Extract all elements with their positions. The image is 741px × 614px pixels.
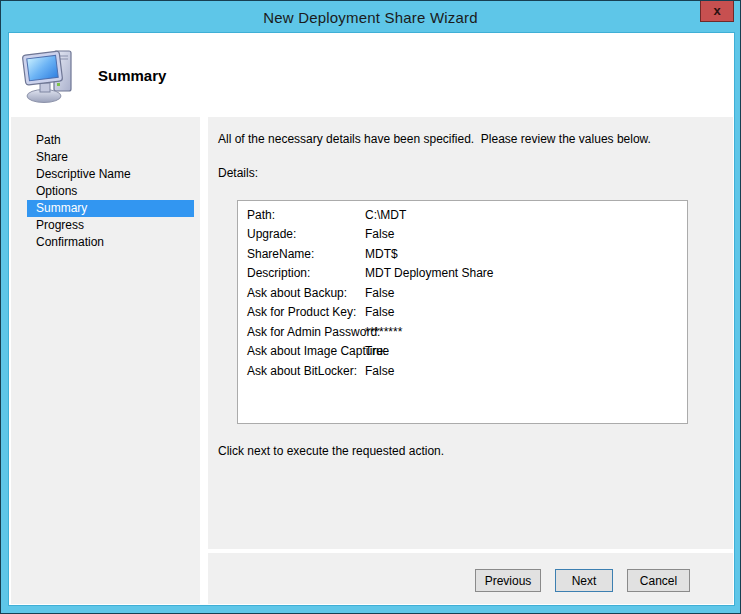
previous-button[interactable]: Previous (475, 569, 541, 592)
detail-row-description: Description: MDT Deployment Share (238, 264, 687, 284)
details-label: Details: (218, 166, 258, 180)
computer-icon (19, 45, 79, 105)
cancel-button[interactable]: Cancel (627, 569, 690, 592)
titlebar: New Deployment Share Wizard (1, 1, 740, 33)
sidebar-item-share[interactable]: Share (27, 149, 194, 166)
detail-value: False (365, 227, 394, 241)
detail-value: False (365, 305, 394, 319)
wizard-header: Summary (9, 33, 734, 117)
detail-label: Ask about BitLocker: (238, 364, 365, 378)
sidebar: Path Share Descriptive Name Options Summ… (11, 117, 200, 604)
detail-label: Upgrade: (238, 227, 365, 241)
close-button[interactable]: x (700, 1, 734, 22)
sidebar-item-progress[interactable]: Progress (27, 217, 194, 234)
detail-label: Ask for Product Key: (238, 305, 365, 319)
detail-row-upgrade: Upgrade: False (238, 225, 687, 245)
detail-label: Path: (238, 208, 365, 222)
detail-value: MDT$ (365, 247, 398, 261)
instruction-text: All of the necessary details have been s… (218, 132, 651, 146)
sidebar-item-descriptive-name[interactable]: Descriptive Name (27, 166, 194, 183)
detail-row-bitlocker: Ask about BitLocker: False (238, 361, 687, 381)
client-area: Summary Path Share Descriptive Name Opti… (9, 33, 734, 605)
detail-value: MDT Deployment Share (365, 266, 494, 280)
detail-row-image-capture: Ask about Image Capture: True (238, 342, 687, 362)
window-title: New Deployment Share Wizard (263, 9, 478, 26)
button-bar: Previous Next Cancel (208, 553, 733, 604)
detail-row-path: Path: C:\MDT (238, 205, 687, 225)
detail-label: Ask about Image Capture: (238, 344, 365, 358)
close-icon: x (713, 4, 720, 17)
detail-label: Ask for Admin Password: (238, 325, 365, 339)
main-panel: All of the necessary details have been s… (208, 117, 733, 549)
detail-label: Description: (238, 266, 365, 280)
detail-value: False (365, 286, 394, 300)
page-title: Summary (98, 67, 166, 84)
footer-note: Click next to execute the requested acti… (218, 444, 444, 458)
details-panel: Path: C:\MDT Upgrade: False ShareName: M… (237, 200, 688, 424)
detail-row-ask-backup: Ask about Backup: False (238, 283, 687, 303)
detail-value: False (365, 364, 394, 378)
detail-value: C:\MDT (365, 208, 406, 222)
detail-row-admin-password: Ask for Admin Password: ******** (238, 322, 687, 342)
next-button[interactable]: Next (555, 569, 613, 592)
detail-value: True (365, 344, 389, 358)
sidebar-item-summary[interactable]: Summary (27, 200, 194, 217)
sidebar-item-path[interactable]: Path (27, 132, 194, 149)
detail-row-product-key: Ask for Product Key: False (238, 303, 687, 323)
detail-row-sharename: ShareName: MDT$ (238, 244, 687, 264)
wizard-window: New Deployment Share Wizard x (0, 0, 741, 614)
sidebar-item-options[interactable]: Options (27, 183, 194, 200)
detail-value: ******** (365, 325, 402, 339)
detail-label: Ask about Backup: (238, 286, 365, 300)
sidebar-item-confirmation[interactable]: Confirmation (27, 234, 194, 251)
detail-label: ShareName: (238, 247, 365, 261)
